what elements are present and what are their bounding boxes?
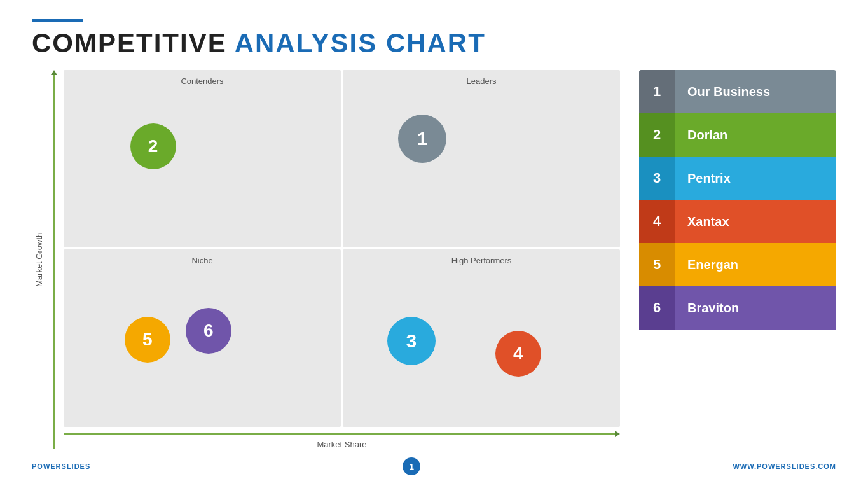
dot-1: 1 bbox=[398, 115, 446, 163]
x-axis-arrow bbox=[615, 431, 620, 437]
chart-section: Market Growth Contenders 2 bbox=[32, 70, 620, 449]
dot-5: 5 bbox=[125, 317, 170, 363]
legend-number-6: 6 bbox=[639, 286, 675, 330]
footer-brand: POWERSLIDES bbox=[32, 463, 90, 470]
quadrant-leaders: Leaders 1 bbox=[343, 70, 620, 247]
legend-item-4: 4Xantax bbox=[639, 200, 836, 243]
legend-item-3: 3Pentrix bbox=[639, 157, 836, 200]
footer-brand-highlight: SLIDES bbox=[62, 463, 91, 470]
legend-name-4: Xantax bbox=[675, 200, 836, 243]
dot-3: 3 bbox=[387, 317, 436, 365]
legend-item-5: 5Energan bbox=[639, 243, 836, 286]
quadrant-grid: Contenders 2 Leaders 1 bbox=[64, 70, 620, 427]
legend-name-5: Energan bbox=[675, 243, 836, 286]
title-part2: ANALYSIS CHART bbox=[235, 28, 486, 59]
legend-item-1: 1Our Business bbox=[639, 70, 836, 113]
legend-name-3: Pentrix bbox=[675, 157, 836, 200]
legend-name-2: Dorlan bbox=[675, 113, 836, 157]
legend-name-6: Braviton bbox=[675, 286, 836, 330]
legend: 1Our Business2Dorlan3Pentrix4Xantax5Ener… bbox=[639, 70, 836, 449]
y-axis-label: Market Growth bbox=[32, 70, 46, 449]
quadrant-high-performers: High Performers 3 4 bbox=[343, 249, 620, 427]
legend-number-2: 2 bbox=[639, 113, 675, 157]
dot-4: 4 bbox=[495, 331, 541, 377]
legend-item-2: 2Dorlan bbox=[639, 113, 836, 157]
y-axis-track bbox=[53, 75, 55, 449]
legend-name-1: Our Business bbox=[675, 70, 836, 113]
footer-page-number: 1 bbox=[403, 457, 420, 475]
legend-number-3: 3 bbox=[639, 157, 675, 200]
legend-number-5: 5 bbox=[639, 243, 675, 286]
footer: POWERSLIDES 1 WWW.POWERSLIDES.COM bbox=[32, 452, 836, 475]
dot-2: 2 bbox=[130, 123, 176, 169]
x-axis-label: Market Share bbox=[317, 440, 366, 449]
x-axis-line bbox=[64, 433, 615, 435]
legend-number-4: 4 bbox=[639, 200, 675, 243]
legend-item-6: 6Braviton bbox=[639, 286, 836, 330]
footer-brand-text: POWER bbox=[32, 463, 62, 470]
footer-url: WWW.POWERSLIDES.COM bbox=[733, 463, 836, 470]
legend-number-1: 1 bbox=[639, 70, 675, 113]
quadrant-niche: Niche 5 6 bbox=[64, 249, 341, 427]
y-axis-line bbox=[48, 70, 60, 449]
x-axis bbox=[64, 431, 620, 437]
quadrant-contenders: Contenders 2 bbox=[64, 70, 341, 247]
header-accent bbox=[32, 19, 83, 22]
dot-6: 6 bbox=[186, 308, 231, 354]
y-axis-arrow bbox=[51, 70, 57, 75]
title-part1: COMPETITIVE bbox=[32, 28, 227, 59]
